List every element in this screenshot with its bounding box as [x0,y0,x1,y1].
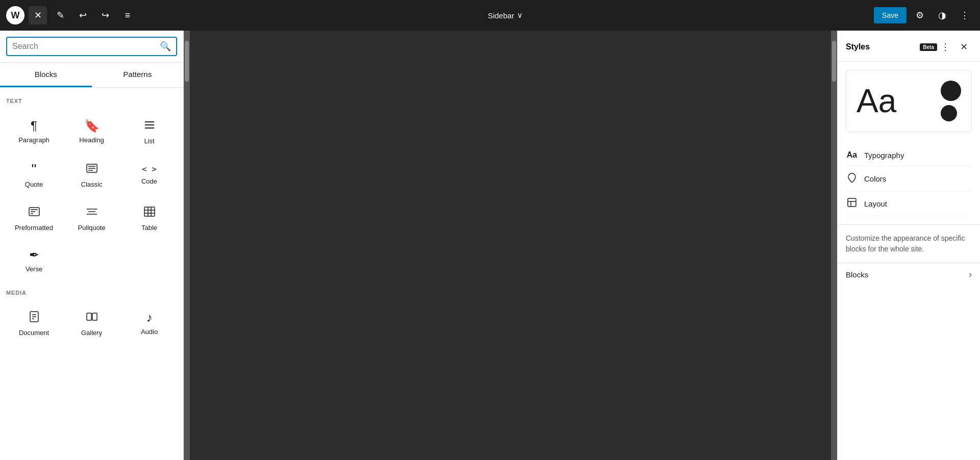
toolbar-center: Sidebar ∨ [141,8,870,23]
contrast-button[interactable]: ◑ [933,6,951,24]
pullquote-label: Pullquote [78,224,105,232]
block-item-list[interactable]: List [121,110,177,151]
blocks-chevron-icon: › [969,269,972,280]
table-icon [143,206,156,220]
sidebar-label: Sidebar [488,11,514,20]
quote-label: Quote [25,181,43,188]
tab-patterns[interactable]: Patterns [92,63,184,87]
block-item-code[interactable]: < > Code [121,154,177,195]
code-icon: < > [142,165,157,173]
block-item-gallery[interactable]: Gallery [64,302,119,343]
block-item-document[interactable]: Document [6,302,62,343]
block-item-paragraph[interactable]: ¶ Paragraph [6,110,62,151]
preview-aa-text: Aa [856,82,896,120]
editor-canvas[interactable] [184,31,837,460]
audio-label: Audio [141,328,158,336]
style-item-layout[interactable]: Layout [846,192,972,216]
customize-text: Customize the appearance of specific blo… [838,224,980,263]
block-item-classic[interactable]: Classic [64,154,119,195]
tabs: Blocks Patterns [0,63,183,88]
block-item-preformatted[interactable]: Preformatted [6,197,62,238]
main-toolbar: W ✕ ✎ ↩ ↪ ≡ Sidebar ∨ Save ⚙ ◑ ⋮ [0,0,980,31]
document-label: Document [19,329,49,337]
style-items: Aa Typography Colors [838,140,980,220]
dot-large [941,81,961,101]
more-styles-button[interactable]: ⋮ [937,39,953,55]
search-input[interactable] [12,42,156,51]
block-item-heading[interactable]: 🔖 Heading [64,110,119,151]
list-icon [143,119,156,133]
typography-icon: Aa [846,150,858,160]
more-options-button[interactable]: ⋮ [955,6,974,24]
colors-icon [846,172,858,185]
toolbar-right: Save ⚙ ◑ ⋮ [874,6,974,24]
blocks-nav-row[interactable]: Blocks › [838,263,980,286]
heading-icon: 🔖 [84,120,100,132]
style-item-typography[interactable]: Aa Typography [846,144,972,166]
svg-rect-14 [144,207,155,216]
classic-label: Classic [81,181,103,188]
colors-label: Colors [864,174,886,183]
preformatted-icon [28,206,40,220]
classic-icon [86,162,98,176]
dot-medium [941,105,957,121]
styles-title: Styles [846,42,916,52]
wp-logo[interactable]: W [6,6,24,24]
settings-button[interactable]: ⚙ [911,6,929,24]
sidebar-toggle-button[interactable]: Sidebar ∨ [483,8,528,23]
blocks-row-label: Blocks [846,270,969,279]
media-blocks-grid: Document Gallery ♪ Audio [6,302,177,343]
typography-label: Typography [864,151,904,160]
style-preview[interactable]: Aa [846,70,972,132]
search-area: 🔍 [0,31,183,63]
block-item-verse[interactable]: ✒ Verse [6,240,62,279]
layout-icon [846,198,858,210]
undo-button[interactable]: ↩ [74,6,92,24]
block-item-quote[interactable]: " Quote [6,154,62,195]
preview-dots [941,81,961,121]
audio-icon: ♪ [146,312,153,324]
pullquote-icon [86,206,98,220]
layout-label: Layout [864,199,887,208]
right-panel: Styles Beta ⋮ ✕ Aa Aa Typography [837,31,980,460]
verse-icon: ✒ [29,249,39,261]
quote-icon: " [32,162,37,176]
search-icon: 🔍 [160,41,171,52]
gallery-icon [86,311,98,325]
heading-label: Heading [79,136,104,144]
redo-button[interactable]: ↪ [96,6,114,24]
code-label: Code [141,177,157,185]
style-item-colors[interactable]: Colors [846,166,972,192]
close-styles-button[interactable]: ✕ [955,39,972,55]
preformatted-label: Preformatted [15,224,53,232]
section-label-media: MEDIA [6,290,177,296]
paragraph-icon: ¶ [31,120,37,132]
save-button[interactable]: Save [874,7,906,23]
chevron-down-icon: ∨ [517,11,523,20]
svg-rect-24 [92,313,97,320]
table-label: Table [141,224,157,232]
svg-rect-25 [848,198,856,207]
tab-blocks[interactable]: Blocks [0,63,92,87]
verse-label: Verse [26,265,42,273]
gallery-label: Gallery [81,329,102,337]
close-panel-button[interactable]: ✕ [29,6,47,24]
beta-badge: Beta [920,43,937,51]
right-header-icons: ⋮ ✕ [937,39,972,55]
document-icon [28,311,40,325]
menu-button[interactable]: ≡ [118,6,137,24]
paragraph-label: Paragraph [18,136,50,144]
block-item-audio[interactable]: ♪ Audio [121,302,177,343]
main-area: 🔍 Blocks Patterns TEXT ¶ Paragraph 🔖 Hea… [0,31,980,460]
left-panel: 🔍 Blocks Patterns TEXT ¶ Paragraph 🔖 Hea… [0,31,184,460]
search-box: 🔍 [6,37,177,56]
text-blocks-grid: ¶ Paragraph 🔖 Heading [6,110,177,279]
edit-mode-button[interactable]: ✎ [51,6,69,24]
block-item-table[interactable]: Table [121,197,177,238]
section-label-text: TEXT [6,98,177,104]
list-label: List [144,137,154,145]
svg-rect-23 [87,313,91,320]
block-list: TEXT ¶ Paragraph 🔖 Heading [0,88,183,460]
right-panel-header: Styles Beta ⋮ ✕ [838,31,980,62]
block-item-pullquote[interactable]: Pullquote [64,197,119,238]
